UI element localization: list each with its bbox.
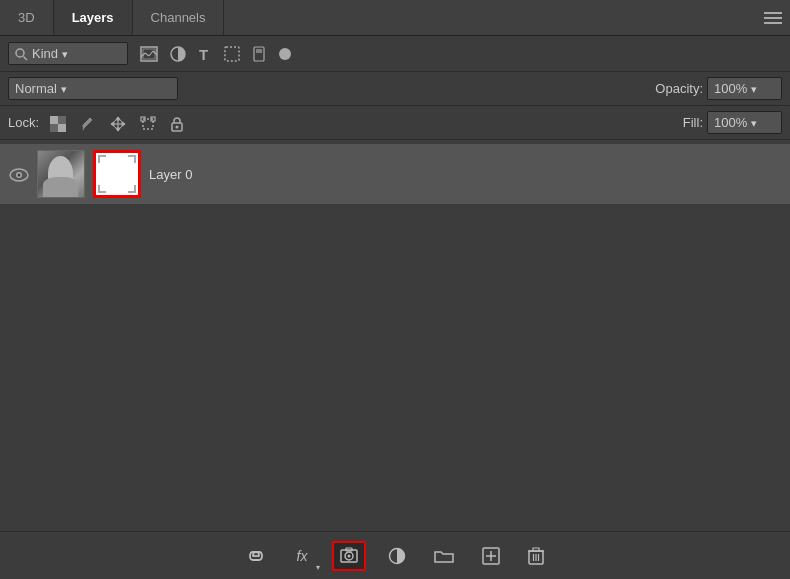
svg-point-16	[279, 48, 291, 60]
svg-rect-19	[58, 116, 66, 124]
tab-channels[interactable]: Channels	[133, 0, 225, 35]
delete-layer-button[interactable]	[522, 542, 550, 570]
svg-rect-17	[50, 116, 58, 124]
tab-bar: 3D Layers Channels	[0, 0, 790, 36]
fill-chevron-icon	[751, 115, 757, 130]
layer-fx-button[interactable]: fx ▾	[288, 542, 316, 570]
svg-point-3	[16, 49, 24, 57]
filter-smart-icon[interactable]	[250, 43, 268, 64]
opacity-chevron-icon	[751, 81, 757, 96]
mask-corner-br	[128, 185, 136, 193]
filter-pixel-icon[interactable]	[138, 43, 160, 64]
layer-style-button[interactable]	[332, 541, 366, 571]
layer-photo	[38, 151, 84, 197]
filter-bar: Kind	[0, 36, 790, 72]
new-group-button[interactable]	[428, 542, 460, 570]
lock-position-icon[interactable]	[107, 111, 129, 133]
svg-line-9	[149, 51, 153, 56]
lock-transparent-icon[interactable]	[47, 111, 69, 133]
new-layer-button[interactable]	[476, 542, 506, 570]
svg-point-30	[18, 173, 21, 176]
layer-mask-thumbnail[interactable]	[93, 150, 141, 198]
kind-chevron-icon	[62, 46, 68, 61]
lock-label: Lock:	[8, 115, 39, 130]
opacity-value: 100%	[714, 81, 747, 96]
svg-rect-18	[58, 124, 66, 132]
bottom-toolbar: fx ▾	[0, 531, 790, 579]
tab-3d[interactable]: 3D	[0, 0, 54, 35]
filter-adjustment-icon[interactable]	[168, 43, 188, 64]
mask-corner-tr	[128, 155, 136, 163]
filter-type-icon[interactable]: T	[196, 43, 214, 64]
blend-mode-dropdown[interactable]: Normal	[8, 77, 178, 100]
layer-item[interactable]: Layer 0	[0, 144, 790, 204]
svg-rect-0	[764, 12, 782, 14]
tab-layers[interactable]: Layers	[54, 0, 133, 35]
lock-all-icon[interactable]	[167, 111, 187, 133]
fill-group: Fill: 100%	[683, 111, 782, 134]
lock-bar: Lock:	[0, 106, 790, 140]
link-layers-button[interactable]	[240, 542, 272, 570]
svg-line-8	[145, 53, 149, 56]
lock-image-icon[interactable]	[77, 111, 99, 133]
filter-icons: T	[138, 43, 294, 64]
blend-bar: Normal Opacity: 100%	[0, 72, 790, 106]
blend-mode-value: Normal	[15, 81, 57, 96]
svg-point-27	[176, 125, 179, 128]
mask-corner-tl	[98, 155, 106, 163]
fx-label: fx	[297, 548, 308, 564]
opacity-group: Opacity: 100%	[655, 77, 782, 100]
kind-dropdown[interactable]: Kind	[8, 42, 128, 65]
layers-list: Layer 0	[0, 140, 790, 531]
svg-rect-13	[225, 47, 239, 61]
layer-thumbnail	[37, 150, 85, 198]
panel-menu-button[interactable]	[764, 9, 782, 27]
layers-panel: 3D Layers Channels Kind	[0, 0, 790, 579]
kind-label: Kind	[32, 46, 58, 61]
layer-visibility-icon[interactable]	[9, 165, 29, 183]
mask-corner-bl	[98, 185, 106, 193]
svg-rect-1	[764, 17, 782, 19]
filter-circle-icon[interactable]	[276, 43, 294, 64]
svg-rect-2	[764, 22, 782, 24]
svg-rect-15	[256, 49, 262, 53]
search-icon	[15, 46, 28, 60]
svg-point-34	[348, 554, 351, 557]
mask-content	[96, 153, 138, 195]
svg-line-4	[24, 56, 28, 60]
opacity-dropdown[interactable]: 100%	[707, 77, 782, 100]
fx-arrow-icon: ▾	[316, 563, 320, 572]
layer-name: Layer 0	[149, 167, 781, 182]
filter-shape-icon[interactable]	[222, 43, 242, 64]
svg-text:T: T	[199, 46, 208, 62]
fill-label: Fill:	[683, 115, 703, 130]
lock-artboard-icon[interactable]	[137, 111, 159, 133]
fill-dropdown[interactable]: 100%	[707, 111, 782, 134]
fill-value: 100%	[714, 115, 747, 130]
svg-rect-20	[50, 124, 58, 132]
blend-mode-chevron-icon	[61, 81, 67, 96]
opacity-label: Opacity:	[655, 81, 703, 96]
new-fill-layer-button[interactable]	[382, 542, 412, 570]
